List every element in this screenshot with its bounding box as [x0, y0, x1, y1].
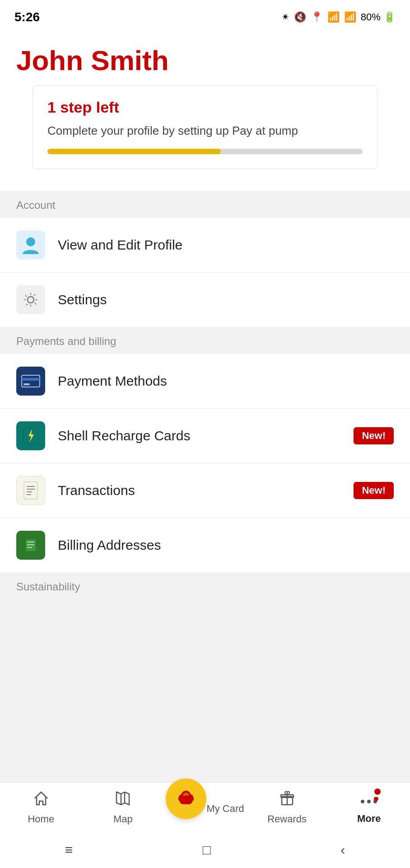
progress-bar-fill: [47, 149, 221, 154]
more-label: More: [357, 813, 381, 825]
mute-icon: 🔇: [294, 11, 306, 23]
svg-rect-4: [23, 383, 30, 385]
bluetooth-icon: ✴: [281, 11, 289, 23]
rewards-label: Rewards: [267, 813, 307, 825]
location-icon: 📍: [311, 11, 323, 23]
progress-bar-track: [47, 149, 363, 154]
nav-item-mycard[interactable]: My Card: [164, 797, 246, 819]
profile-icon: [16, 231, 45, 259]
android-menu-btn[interactable]: ≡: [65, 842, 73, 858]
svg-point-1: [28, 297, 34, 303]
menu-item-billing[interactable]: Billing Addresses: [0, 518, 410, 572]
menu-item-payment[interactable]: Payment Methods: [0, 354, 410, 409]
svg-rect-6: [24, 482, 37, 499]
menu-item-profile[interactable]: View and Edit Profile: [0, 218, 410, 273]
transactions-badge: New!: [354, 482, 394, 499]
bottom-nav: Home Map My Card: [0, 782, 410, 832]
menu-item-recharge[interactable]: Shell Recharge Cards New!: [0, 409, 410, 463]
android-nav: ≡ □ ‹: [0, 832, 410, 868]
home-icon: [33, 790, 49, 811]
svg-point-0: [26, 237, 35, 246]
header-area: John Smith: [0, 32, 410, 85]
billing-icon: [16, 531, 45, 560]
mycard-button[interactable]: [166, 778, 206, 819]
more-icon: [359, 791, 379, 810]
svg-rect-3: [22, 378, 40, 381]
svg-marker-16: [116, 792, 129, 805]
status-time: 5:26: [14, 10, 40, 24]
mycard-label: My Card: [206, 803, 244, 815]
map-label: Map: [113, 813, 133, 825]
battery-text: 80% 🔋: [361, 11, 396, 23]
android-home-btn[interactable]: □: [203, 842, 211, 858]
map-icon: [115, 790, 131, 811]
profile-label: View and Edit Profile: [58, 237, 182, 253]
payments-menu-section: Payment Methods Shell Recharge Cards New…: [0, 354, 410, 572]
transactions-label: Transactions: [58, 483, 135, 498]
recharge-badge: New!: [354, 427, 394, 444]
svg-point-24: [367, 800, 371, 803]
account-menu-section: View and Edit Profile Settings: [0, 218, 410, 327]
payment-label: Payment Methods: [58, 373, 167, 389]
section-label-payments: Payments and billing: [0, 327, 410, 354]
svg-rect-2: [22, 375, 40, 387]
section-label-sustainability: Sustainability: [0, 572, 410, 599]
step-left-text: 1 step left: [47, 99, 363, 116]
settings-label: Settings: [58, 292, 107, 307]
step-description: Complete your profile by setting up Pay …: [47, 123, 363, 139]
payment-icon: [16, 367, 45, 396]
status-icons: ✴ 🔇 📍 📶 📶 80% 🔋: [281, 11, 396, 23]
nav-item-home[interactable]: Home: [0, 790, 82, 825]
nav-item-rewards[interactable]: Rewards: [246, 790, 328, 825]
home-label: Home: [28, 813, 54, 825]
wifi-icon: 📶: [327, 11, 340, 23]
status-bar: 5:26 ✴ 🔇 📍 📶 📶 80% 🔋: [0, 0, 410, 32]
user-name: John Smith: [16, 44, 394, 76]
android-back-btn[interactable]: ‹: [340, 842, 345, 858]
transactions-icon: [16, 476, 45, 505]
signal-icon: 📶: [344, 11, 356, 23]
nav-item-map[interactable]: Map: [82, 790, 164, 825]
rewards-icon: [279, 790, 295, 811]
svg-point-23: [361, 800, 364, 803]
recharge-label: Shell Recharge Cards: [58, 428, 190, 443]
menu-item-settings[interactable]: Settings: [0, 273, 410, 327]
menu-item-transactions[interactable]: Transactions New!: [0, 463, 410, 518]
completion-card[interactable]: 1 step left Complete your profile by set…: [33, 85, 377, 169]
recharge-icon: [16, 421, 45, 450]
section-label-account: Account: [0, 191, 410, 218]
nav-item-more[interactable]: More: [328, 791, 410, 825]
settings-icon: [16, 285, 45, 314]
billing-label: Billing Addresses: [58, 538, 161, 553]
